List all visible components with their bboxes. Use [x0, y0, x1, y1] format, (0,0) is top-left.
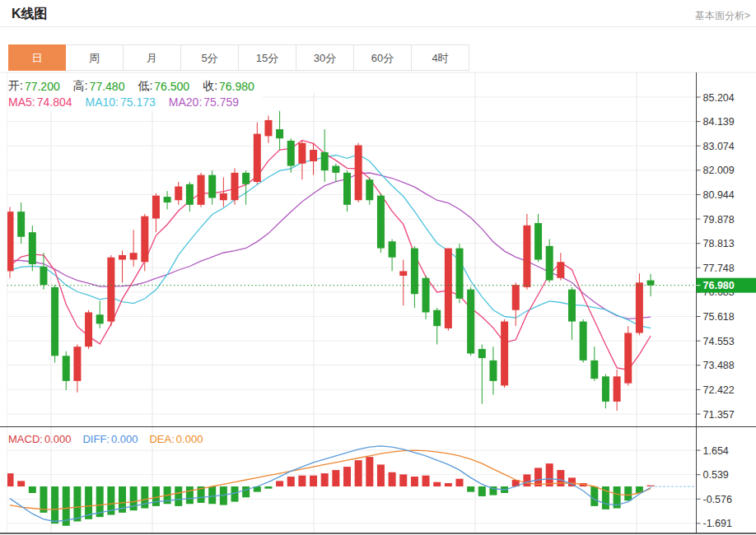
svg-text:1.654: 1.654	[703, 445, 729, 457]
svg-text:71.357: 71.357	[703, 409, 735, 421]
ohlc-item: 高:77.480	[73, 79, 125, 94]
svg-text:-0.576: -0.576	[703, 494, 732, 505]
ma-item: MA5:74.804	[8, 95, 72, 109]
svg-text:78.813: 78.813	[703, 238, 735, 249]
macd-item: MACD:0.000	[8, 433, 71, 445]
chart-area: 85.20484.13983.07482.00980.94479.87878.8…	[0, 71, 756, 535]
kline-chart[interactable]: 85.20484.13983.07482.00980.94479.87878.8…	[0, 71, 756, 535]
tab-4时[interactable]: 4时	[412, 44, 469, 71]
tab-日[interactable]: 日	[8, 44, 66, 71]
tab-周[interactable]: 周	[66, 44, 124, 71]
macd-item: DIFF:0.000	[82, 433, 138, 445]
ohlc-item: 收:76.980	[203, 79, 254, 94]
ma-item: MA20:75.759	[169, 95, 239, 109]
svg-text:79.878: 79.878	[703, 214, 735, 226]
svg-text:80.944: 80.944	[703, 189, 735, 201]
svg-text:75.618: 75.618	[703, 311, 735, 323]
fundamental-analysis-link[interactable]: 基本面分析>	[695, 9, 750, 23]
kline-app: K线图 基本面分析> 日周月5分15分30分60分4时 85.20484.139…	[0, 0, 756, 535]
current-price-badge: 76.980	[697, 278, 756, 293]
svg-text:84.139: 84.139	[703, 116, 735, 128]
ma-legend: MA5:74.804MA10:75.173MA20:75.759	[8, 94, 257, 110]
ma-lines-layer	[10, 140, 651, 370]
svg-text:74.553: 74.553	[703, 336, 735, 347]
header: K线图 基本面分析>	[0, 0, 756, 27]
tab-月[interactable]: 月	[124, 44, 181, 71]
svg-text:-1.691: -1.691	[703, 518, 732, 529]
svg-text:82.009: 82.009	[703, 165, 735, 176]
ma-item: MA10:75.173	[86, 95, 156, 109]
tab-60分[interactable]: 60分	[354, 44, 412, 71]
svg-text:77.748: 77.748	[703, 263, 735, 274]
macd-item: DEA:0.000	[149, 433, 203, 445]
svg-text:76.980: 76.980	[703, 280, 735, 291]
macd-lines-layer	[10, 446, 697, 522]
svg-text:72.422: 72.422	[703, 384, 735, 396]
price-axis-labels: 85.20484.13983.07482.00980.94479.87878.8…	[697, 92, 735, 530]
period-tabbar: 日周月5分15分30分60分4时	[8, 44, 469, 71]
tab-5分[interactable]: 5分	[181, 44, 239, 71]
ohlc-item: 开:77.200	[8, 79, 60, 94]
tab-30分[interactable]: 30分	[296, 44, 354, 71]
svg-text:85.204: 85.204	[703, 92, 735, 104]
page-title: K线图	[12, 6, 48, 23]
svg-text:0.539: 0.539	[703, 469, 729, 481]
svg-text:83.074: 83.074	[703, 141, 735, 152]
tab-15分[interactable]: 15分	[239, 44, 296, 71]
ohlc-legend: 开:77.200高:77.480低:76.500收:76.980	[8, 77, 273, 95]
macd-legend: MACD:0.000DIFF:0.000DEA:0.000	[8, 431, 219, 447]
macd-histogram-layer	[7, 457, 655, 526]
ohlc-item: 低:76.500	[138, 79, 189, 94]
svg-text:73.488: 73.488	[703, 360, 735, 371]
